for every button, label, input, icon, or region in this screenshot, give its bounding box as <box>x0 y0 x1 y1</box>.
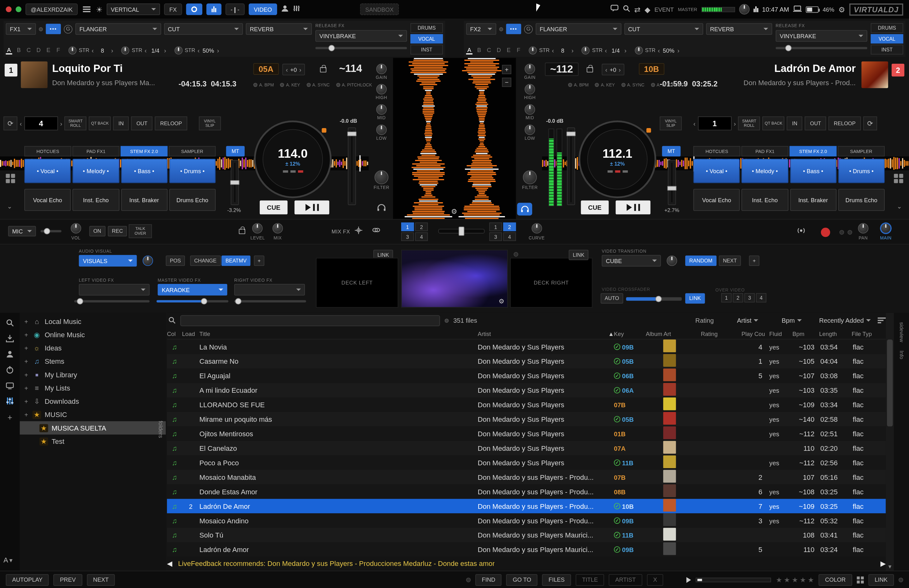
scroll-down-icon[interactable]: ▼ <box>886 564 894 569</box>
stem-button[interactable]: • Bass • <box>790 159 836 183</box>
stem-button[interactable]: • Vocal • <box>694 159 740 183</box>
mixer-icon[interactable] <box>293 5 301 14</box>
auto-toggle[interactable]: A. BPM <box>254 82 274 88</box>
col-header[interactable]: Album Art <box>646 331 701 337</box>
deck-right-link-button[interactable]: LINK <box>569 250 588 260</box>
menu-icon[interactable] <box>82 5 92 14</box>
table-row[interactable]: ♫2Ladrón De AmorDon Medardo y sus Player… <box>167 499 886 513</box>
change-button[interactable]: CHANGE <box>190 255 220 266</box>
star-icon[interactable]: ★ <box>776 576 782 584</box>
pad-tab[interactable]: SAMPLER <box>168 146 215 157</box>
power-icon[interactable] <box>6 366 14 374</box>
eq-knob[interactable] <box>376 64 387 74</box>
collapse-chevron-icon[interactable]: ⌄ <box>897 203 902 210</box>
vinyl-slip-button[interactable]: VINYL SLIP <box>660 116 682 130</box>
bank-letter[interactable]: B <box>476 47 482 54</box>
zoom-in-button[interactable]: + <box>502 65 511 74</box>
link-button[interactable]: LINK <box>868 574 894 585</box>
col-header[interactable]: Load <box>182 331 199 337</box>
table-row[interactable]: ♫La NoviaDon Medardo y Sus Players✓09B4y… <box>167 339 886 354</box>
preview-play-icon[interactable] <box>686 577 691 582</box>
broadcast-icon[interactable] <box>797 226 806 236</box>
bank-letter[interactable]: C <box>486 47 492 54</box>
fx-knob[interactable] <box>529 46 537 55</box>
layout-select[interactable]: VERTICAL <box>107 3 160 15</box>
right-video-fx-slider[interactable] <box>234 300 306 302</box>
mix-fx-label[interactable]: MIX FX <box>332 229 350 235</box>
pad-tab[interactable]: PAD FX1 <box>73 146 120 157</box>
prev-recommendation-icon[interactable]: ◀ <box>167 560 172 568</box>
split-view-icon[interactable]: -❙- <box>225 3 244 15</box>
fx-knob[interactable] <box>174 46 183 55</box>
fx-pads-icon[interactable]: ••• <box>46 24 61 34</box>
play-pause-button[interactable] <box>616 200 650 215</box>
table-row[interactable]: ♫El AguajalDon Medardo y Sus Players✓06B… <box>167 368 886 383</box>
star-icon[interactable]: ★ <box>808 576 814 584</box>
sidebar-item-local-music[interactable]: +⌂Local Music <box>19 315 166 328</box>
auto-toggle[interactable]: A. KEY <box>595 82 615 88</box>
settings-gear-icon[interactable]: ⚙ <box>838 5 845 14</box>
bank-letter[interactable]: A <box>466 47 472 54</box>
sideview-panel-tab[interactable]: sideview Info <box>894 313 909 571</box>
mt-button[interactable]: MT <box>226 146 244 157</box>
stem-button[interactable]: • Melody • <box>742 159 788 183</box>
key-shift-control[interactable]: ‹+0› <box>282 64 304 75</box>
left-video-fx-slider[interactable] <box>74 300 150 302</box>
fx-pad[interactable]: Drums Echo <box>838 189 885 211</box>
col-header[interactable]: Play Cou <box>741 331 769 337</box>
over-video-deck-button[interactable]: 4 <box>756 293 766 302</box>
loop-out-button[interactable]: OUT <box>805 116 826 130</box>
minimize-dot[interactable] <box>16 6 21 12</box>
expand-icon[interactable]: + <box>24 358 29 365</box>
eq-knob[interactable] <box>376 104 387 115</box>
track-list-scrollbar[interactable]: ▼ <box>886 313 894 571</box>
fx-pad[interactable]: Inst. Braker <box>790 189 836 211</box>
filter-dot[interactable] <box>445 318 449 322</box>
col-header[interactable]: Title <box>199 331 478 337</box>
headphone-cue-icon[interactable] <box>377 204 386 213</box>
left-video-fx-select[interactable] <box>79 284 150 296</box>
assign-button[interactable]: 2 <box>503 222 516 231</box>
sideview-label[interactable]: sideview <box>899 322 904 342</box>
pad-tab[interactable]: STEM FX 2.0 <box>790 146 837 157</box>
bank-letter[interactable]: F <box>55 47 61 54</box>
jog-wheel[interactable]: 112.1 ± 12% <box>579 121 656 198</box>
volume-fader[interactable] <box>348 128 356 205</box>
fx-stem-button[interactable]: VOCAL <box>410 34 443 44</box>
loop-icon[interactable]: ⟳ <box>863 116 877 130</box>
eq-knob[interactable] <box>524 84 535 94</box>
eq-knob[interactable] <box>524 64 535 74</box>
reloop-button[interactable]: RELOOP <box>155 116 187 130</box>
transition-knob[interactable] <box>666 255 677 266</box>
fx2-slot-select[interactable]: FX2 <box>466 23 497 35</box>
filter-x-button[interactable]: X <box>647 574 663 585</box>
expand-icon[interactable]: + <box>24 318 29 325</box>
mt-button[interactable]: MT <box>662 146 681 157</box>
mix-fx-target-icon[interactable] <box>355 226 362 236</box>
expand-icon[interactable]: + <box>24 371 29 378</box>
fx-enable-dot[interactable] <box>39 27 43 31</box>
keylock-icon[interactable] <box>320 67 326 73</box>
pad-tab[interactable]: HOTCUES <box>24 146 71 157</box>
fx-knob[interactable] <box>68 46 77 55</box>
loop-in-button[interactable]: IN <box>113 116 129 130</box>
next-transition-button[interactable]: NEXT <box>719 255 741 266</box>
over-video-deck-button[interactable]: 1 <box>721 293 732 302</box>
col-header[interactable]: File Typ <box>852 331 886 337</box>
rating-stars[interactable]: ★★★★★ <box>776 576 814 584</box>
sidebar-item-my-library[interactable]: +■My Library <box>19 368 166 381</box>
fx-pads-icon[interactable]: ••• <box>506 24 521 34</box>
shuffle-icon[interactable]: ⇄ <box>634 5 641 14</box>
stem-button[interactable]: • Melody • <box>73 159 119 183</box>
fx1-slot-select[interactable]: FX1 <box>6 23 36 35</box>
release-fx-select[interactable]: VINYLBRAKE <box>315 30 407 42</box>
fx-enable-dot[interactable] <box>499 27 503 31</box>
assign-button[interactable]: 1 <box>401 222 414 231</box>
info-label[interactable]: Info <box>899 350 904 359</box>
col-header[interactable]: Length <box>819 331 852 337</box>
assign-button[interactable]: 1 <box>489 222 502 231</box>
fx-pad[interactable]: Drums Echo <box>169 189 215 211</box>
table-row[interactable]: ♫Mosaico AndinoDon Medardo y sus Players… <box>167 513 886 528</box>
sidebar-item-downloads[interactable]: +⇩Downloads <box>19 395 166 408</box>
mic-vol-knob[interactable] <box>71 223 81 233</box>
